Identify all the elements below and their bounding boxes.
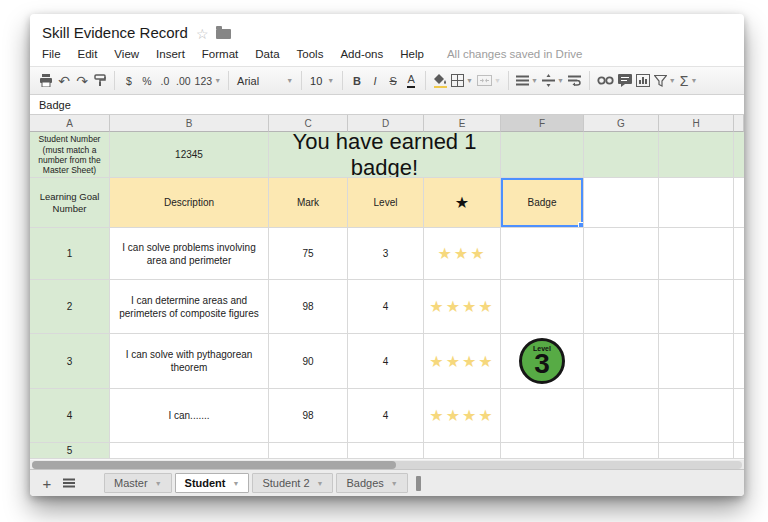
font-family-select[interactable]: Arial▼ <box>234 70 296 92</box>
column-header-d[interactable]: D <box>348 115 424 132</box>
menu-insert[interactable]: Insert <box>156 48 185 60</box>
document-title[interactable]: Skill Evidence Record <box>42 24 188 41</box>
cell-badge[interactable] <box>501 389 584 443</box>
text-wrap-button[interactable] <box>566 70 584 92</box>
cell-star-rating[interactable]: ★★★★ <box>424 280 501 334</box>
cell-h2[interactable] <box>659 178 734 228</box>
cell-e2-star-header[interactable]: ★ <box>424 178 501 228</box>
all-sheets-button[interactable] <box>58 478 80 488</box>
redo-button[interactable]: ↷ <box>73 70 91 92</box>
vertical-align-button[interactable]: ▼ <box>540 70 566 92</box>
menu-edit[interactable]: Edit <box>78 48 98 60</box>
functions-button[interactable]: Σ▼ <box>678 70 700 92</box>
borders-button[interactable]: ▼ <box>449 70 475 92</box>
cell-badge[interactable] <box>501 443 584 459</box>
cell-empty[interactable] <box>584 389 659 443</box>
percent-format-button[interactable]: % <box>138 70 156 92</box>
cell-level[interactable]: 3 <box>348 228 424 280</box>
font-size-select[interactable]: 10▼ <box>307 70 337 92</box>
tab-dropdown-icon[interactable]: ▼ <box>317 480 324 487</box>
column-header-f-selected[interactable]: F <box>501 115 584 132</box>
menu-addons[interactable]: Add-ons <box>340 48 383 60</box>
cell-c2-mark-header[interactable]: Mark <box>269 178 348 228</box>
cell-mark[interactable]: 75 <box>269 228 348 280</box>
text-color-button[interactable]: A <box>402 70 420 92</box>
cell-empty[interactable] <box>659 389 734 443</box>
cell-mark[interactable]: 98 <box>269 280 348 334</box>
tab-dropdown-icon[interactable]: ▼ <box>391 480 398 487</box>
cell-level[interactable]: 4 <box>348 280 424 334</box>
folder-icon[interactable] <box>216 29 231 39</box>
cell-a1-student-number-label[interactable]: Student Number (must match a number from… <box>30 132 110 178</box>
italic-button[interactable]: I <box>366 70 384 92</box>
undo-button[interactable]: ↶ <box>55 70 73 92</box>
column-header-b[interactable]: B <box>110 115 269 132</box>
formula-bar[interactable]: Badge <box>30 95 744 115</box>
cell-g2[interactable] <box>584 178 659 228</box>
cell-goal-number[interactable]: 4 <box>30 389 110 443</box>
cell-d2-level-header[interactable]: Level <box>348 178 424 228</box>
tab-dropdown-icon[interactable]: ▼ <box>233 480 240 487</box>
cell-empty[interactable] <box>659 334 734 389</box>
cell-mark[interactable]: 90 <box>269 334 348 389</box>
cell-a2-learning-goal-label[interactable]: Learning Goal Number <box>30 178 110 228</box>
menu-data[interactable]: Data <box>255 48 279 60</box>
cell-goal-number[interactable]: 2 <box>30 280 110 334</box>
tab-area-divider[interactable] <box>416 476 421 491</box>
cell-empty[interactable] <box>584 280 659 334</box>
cell-description[interactable]: I can solve problems involving area and … <box>110 228 269 280</box>
column-header-a[interactable]: A <box>30 115 110 132</box>
add-sheet-button[interactable]: + <box>36 475 58 492</box>
cell-b2-description-header[interactable]: Description <box>110 178 269 228</box>
currency-format-button[interactable]: $ <box>120 70 138 92</box>
menu-tools[interactable]: Tools <box>297 48 324 60</box>
cell-star-rating[interactable]: ★★★★ <box>424 334 501 389</box>
horizontal-align-button[interactable]: ▼ <box>514 70 540 92</box>
tab-dropdown-icon[interactable]: ▼ <box>155 480 162 487</box>
star-favorite-icon[interactable]: ☆ <box>196 27 209 41</box>
menu-view[interactable]: View <box>114 48 139 60</box>
menu-format[interactable]: Format <box>202 48 238 60</box>
cell-f2-badge-header-selected[interactable]: Badge <box>501 178 584 228</box>
cell-empty[interactable] <box>659 228 734 280</box>
cell-empty[interactable] <box>584 228 659 280</box>
column-header-e[interactable]: E <box>424 115 501 132</box>
cell-star-rating[interactable]: ★★★ <box>424 228 501 280</box>
cell-goal-number[interactable]: 1 <box>30 228 110 280</box>
column-header-g[interactable]: G <box>584 115 659 132</box>
cell-b1-student-number-value[interactable]: 12345 <box>110 132 269 178</box>
cell-empty[interactable] <box>584 334 659 389</box>
insert-comment-button[interactable] <box>616 70 634 92</box>
sheet-tab-badges[interactable]: Badges▼ <box>336 473 407 493</box>
cell-level[interactable]: 4 <box>348 389 424 443</box>
insert-link-button[interactable] <box>595 70 616 92</box>
cell-star-rating[interactable] <box>424 443 501 459</box>
cell-f1[interactable] <box>501 132 584 178</box>
cell-empty[interactable] <box>584 443 659 459</box>
cell-goal-number[interactable]: 3 <box>30 334 110 389</box>
insert-chart-button[interactable] <box>634 70 652 92</box>
cell-h1[interactable] <box>659 132 734 178</box>
menu-file[interactable]: File <box>42 48 61 60</box>
cell-badge[interactable]: Level 3 <box>501 334 584 389</box>
bold-button[interactable]: B <box>348 70 366 92</box>
decrease-decimals-button[interactable]: .0 <box>156 70 174 92</box>
cell-level[interactable] <box>348 443 424 459</box>
column-header-c[interactable]: C <box>269 115 348 132</box>
cell-badge[interactable] <box>501 280 584 334</box>
sheet-tab-master[interactable]: Master▼ <box>104 473 172 493</box>
fill-color-button[interactable] <box>431 70 449 92</box>
sheet-tab-student-2[interactable]: Student 2▼ <box>252 473 333 493</box>
cell-goal-number[interactable]: 5 <box>30 443 110 459</box>
filter-button[interactable]: ▼ <box>652 70 678 92</box>
cell-g1[interactable] <box>584 132 659 178</box>
cell-empty[interactable] <box>659 280 734 334</box>
increase-decimals-button[interactable]: .00 <box>174 70 193 92</box>
cell-description[interactable]: I can determine areas and perimeters of … <box>110 280 269 334</box>
strikethrough-button[interactable]: S <box>384 70 402 92</box>
horizontal-scrollbar[interactable] <box>30 459 744 469</box>
cell-description[interactable]: I can solve with pythagorean theorem <box>110 334 269 389</box>
merge-cells-button[interactable]: ▼ <box>475 70 503 92</box>
cell-c1-badge-banner[interactable]: You have earned 1 badge! <box>269 132 501 178</box>
more-formats-button[interactable]: 123▼ <box>193 70 223 92</box>
